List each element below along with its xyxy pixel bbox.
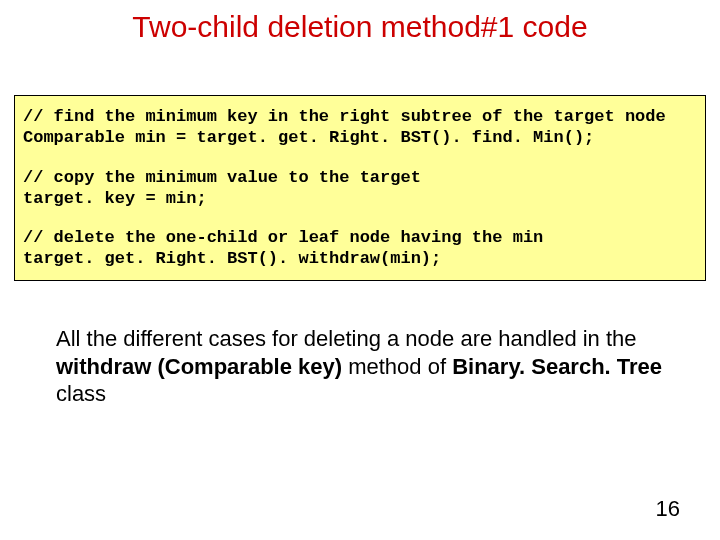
body-text-bold: withdraw (Comparable key): [56, 354, 342, 379]
code-line: target. get. Right. BST(). withdraw(min)…: [23, 248, 697, 269]
slide-title: Two-child deletion method#1 code: [0, 10, 720, 44]
body-text-pre: All the different cases for deleting a n…: [56, 326, 637, 351]
blank-line: [23, 149, 697, 167]
code-line: // delete the one-child or leaf node hav…: [23, 227, 697, 248]
slide: Two-child deletion method#1 code // find…: [0, 0, 720, 540]
page-number: 16: [656, 496, 680, 522]
code-line: // copy the minimum value to the target: [23, 167, 697, 188]
code-line: Comparable min = target. get. Right. BST…: [23, 127, 697, 148]
code-block: // find the minimum key in the right sub…: [14, 95, 706, 281]
body-paragraph: All the different cases for deleting a n…: [56, 325, 664, 408]
code-line: target. key = min;: [23, 188, 697, 209]
body-text-bold: Binary. Search. Tree: [452, 354, 662, 379]
code-line: // find the minimum key in the right sub…: [23, 106, 697, 127]
body-text-mid: method of: [342, 354, 452, 379]
body-text-post: class: [56, 381, 106, 406]
blank-line: [23, 209, 697, 227]
